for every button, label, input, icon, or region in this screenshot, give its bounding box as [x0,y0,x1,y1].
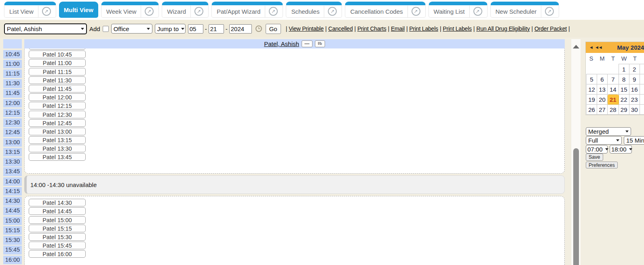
slot-button-patel-11-15[interactable]: Patel 11:15 [29,68,86,76]
open-in-new-window-icon[interactable]: ↗ [473,7,482,16]
calendar-day-8[interactable]: 8 [619,74,629,84]
interval-select[interactable]: 15 Min [624,136,644,145]
calendar-prev-fast-icon[interactable]: ◄◄ [595,45,602,50]
slot-button-patel-12-00[interactable]: Patel 12:00 [29,93,86,101]
mini-calendar: ◄◄◄ May 2024 SMTWT 125678912131415161920… [585,42,644,115]
calendar-day-14[interactable]: 14 [608,84,619,95]
date-day-input[interactable] [209,24,224,34]
slot-button-patel-13-00[interactable]: Patel 13:00 [29,128,86,135]
scrollbar-thumb[interactable] [573,148,579,265]
calendar-day-30[interactable]: 30 [629,105,640,115]
open-in-new-window-icon[interactable]: ↗ [42,7,51,16]
scrollbar[interactable] [571,39,581,265]
toolbar-link-print-labels[interactable]: Print Labels [409,25,438,32]
date-year-input[interactable] [229,24,252,34]
slot-button-patel-11-00[interactable]: Patel 11:00 [29,59,86,67]
slot-button-patel-10-45[interactable]: Patel 10:45 [29,50,86,58]
calendar-day-12[interactable]: 12 [587,84,597,95]
toolbar-link-email[interactable]: Email [391,25,405,32]
open-in-new-window-icon[interactable]: ↗ [545,7,554,16]
date-month-input[interactable] [188,24,203,34]
calendar-day-21[interactable]: 21 [608,95,619,105]
slot-button-patel-12-45[interactable]: Patel 12:45 [29,119,86,127]
slot-button-patel-12-15[interactable]: Patel 12:15 [29,102,86,109]
tab-multi-view[interactable]: Multi View [59,2,98,18]
toolbar-link-cancelled[interactable]: Cancelled [328,25,353,32]
tab-week-view[interactable]: Week View↗ [101,2,159,18]
calendar-day-empty [640,74,644,84]
slot-button-patel-13-45[interactable]: Patel 13:45 [29,153,86,161]
tab-label: Cancellation Codes [350,8,403,15]
toolbar-link-print-charts[interactable]: Print Charts [357,25,386,32]
clock-icon[interactable] [255,25,262,32]
tab-cancellation-codes[interactable]: Cancellation Codes↗ [345,2,425,18]
calendar-day-2[interactable]: 2 [629,64,640,74]
start-time-select[interactable]: 07:00 [586,145,608,154]
slot-button-patel-13-30[interactable]: Patel 13:30 [29,145,86,152]
jump-to-select-value: Jump to [157,25,179,32]
tab-waiting-list[interactable]: Waiting List↗ [429,2,488,18]
slot-button-patel-11-45[interactable]: Patel 11:45 [29,85,86,93]
calendar-day-22[interactable]: 22 [619,95,629,105]
calendar-prev-icon[interactable]: ◄ [589,45,593,50]
calendar-day-5[interactable]: 5 [587,74,597,84]
calendar-day-26[interactable]: 26 [587,105,597,115]
toolbar-link-order-packet[interactable]: Order Packet [534,25,567,32]
scheduler-page: List View↗Multi ViewWeek View↗Wizard↗Pat… [0,0,644,265]
chevron-down-icon [81,28,84,30]
slot-button-patel-11-30[interactable]: Patel 11:30 [29,76,86,84]
open-in-new-window-icon[interactable]: ↗ [194,7,203,16]
calendar-day-19[interactable]: 19 [587,95,597,105]
calendar-day-23[interactable]: 23 [629,95,640,105]
collapse-column-button[interactable]: — [302,40,312,47]
end-time-select[interactable]: 18:00 [610,145,632,154]
tab-new-scheduler[interactable]: New Scheduler↗ [490,2,560,18]
slot-button-patel-15-30[interactable]: Patel 15:30 [29,233,86,241]
calendar-day-9[interactable]: 9 [629,74,640,84]
add-label: Add [89,25,100,32]
calendar-day-13[interactable]: 13 [597,84,608,95]
toolbar-link-run-all-drug-eligibility[interactable]: Run All Drug Eligibility [476,25,530,32]
calendar-day-27[interactable]: 27 [597,105,608,115]
slot-button-patel-14-45[interactable]: Patel 14:45 [29,207,86,215]
slot-button-patel-15-45[interactable]: Patel 15:45 [29,242,86,249]
view-mode-select[interactable]: Merged [586,127,631,136]
provider-select[interactable]: Patel, Ashish [4,23,87,34]
calendar-day-15[interactable]: 15 [619,84,629,95]
open-in-new-window-icon[interactable]: ↗ [145,7,154,16]
slot-button-patel-16-00[interactable]: Patel 16:00 [29,250,86,258]
open-in-new-window-icon[interactable]: ↗ [412,7,420,16]
calendar-day-20[interactable]: 20 [597,95,608,105]
location-select[interactable]: Office [111,24,152,34]
slot-button-patel-15-00[interactable]: Patel 15:00 [29,216,86,224]
add-checkbox[interactable] [103,26,109,32]
tab-pat-appt-wizard[interactable]: Pat/Appt Wizard↗ [211,2,283,18]
scroll-up-arrow-icon[interactable] [573,45,579,48]
calendar-day-28[interactable]: 28 [608,105,619,115]
slot-button-patel-13-15[interactable]: Patel 13:15 [29,136,86,144]
toolbar-link-view-printable[interactable]: View Printable [289,25,323,32]
tab-schedules[interactable]: Schedules↗ [286,2,342,18]
fb-button[interactable]: f/b [315,40,325,47]
calendar-day-7[interactable]: 7 [608,74,619,84]
calendar-day-1[interactable]: 1 [619,64,629,74]
calendar-day-16[interactable]: 16 [629,84,640,95]
time-label: 13:45 [3,167,22,176]
slot-button-patel-15-15[interactable]: Patel 15:15 [29,225,86,232]
preferences-button[interactable]: Preferences [586,162,618,168]
tab-list-view[interactable]: List View↗ [4,2,56,18]
provider-header-link[interactable]: Patel, Ashish [264,40,299,47]
open-in-new-window-icon[interactable]: ↗ [328,7,337,16]
slot-button-patel-12-30[interactable]: Patel 12:30 [29,111,86,118]
toolbar-link-print-labels[interactable]: Print Labels [443,25,472,32]
slot-button-patel-14-30[interactable]: Patel 14:30 [29,199,86,206]
slot-button-clipped[interactable] [29,48,86,50]
calendar-day-29[interactable]: 29 [619,105,629,115]
save-button[interactable]: Save [586,154,603,161]
tab-wizard[interactable]: Wizard↗ [162,2,209,18]
jump-to-select[interactable]: Jump to [155,24,186,34]
open-in-new-window-icon[interactable]: ↗ [269,7,278,16]
schedule-size-select[interactable]: Full [586,136,622,145]
go-button[interactable]: Go [266,24,281,34]
calendar-day-6[interactable]: 6 [597,74,608,84]
